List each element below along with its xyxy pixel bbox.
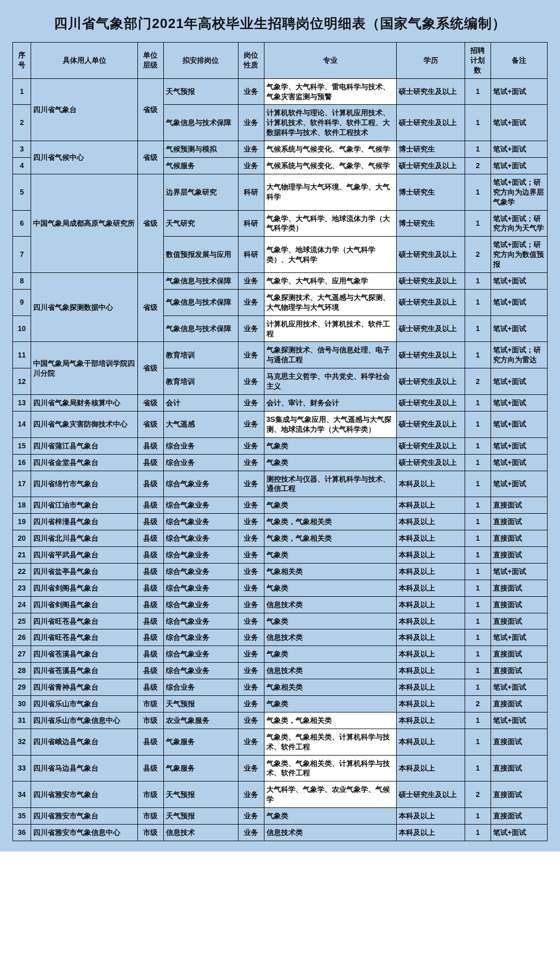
- cell-post: 综合气象业务: [163, 613, 238, 629]
- cell-idx: 14: [13, 411, 31, 437]
- cell-num: 1: [465, 497, 491, 514]
- cell-edu: 本科及以上: [397, 663, 465, 679]
- col-header-num: 招聘计划数: [465, 43, 491, 79]
- cell-unit: 四川省北川县气象台: [31, 530, 138, 547]
- cell-level: 县级: [138, 755, 163, 781]
- table-row: 29四川省青神县气象台县级综合业务业务气象相关类本科及以上1笔试+面试: [13, 679, 548, 696]
- cell-unit: 四川省气象探测数据中心: [31, 273, 138, 342]
- cell-unit: 四川省气象局财务核算中心: [31, 395, 138, 411]
- cell-num: 1: [465, 105, 491, 141]
- cell-post: 天气预报: [163, 808, 238, 825]
- cell-post: 天气预报: [163, 78, 238, 105]
- cell-edu: 硕士研究生及以上: [397, 289, 465, 315]
- cell-unit: 四川省气象灾害防御技术中心: [31, 411, 138, 437]
- cell-idx: 22: [13, 563, 31, 580]
- table-body: 1四川省气象台省级天气预报业务气象学、大气科学、雷电科学与技术、气象灾害监测与预…: [13, 78, 548, 841]
- cell-post: 农业气象服务: [163, 712, 238, 729]
- cell-nat: 科研: [239, 237, 264, 273]
- cell-nat: 业务: [239, 646, 264, 663]
- table-row: 32四川省峨边县气象台县级气象服务业务气象类、气象相关类、计算机科学与技术、软件…: [13, 729, 548, 755]
- cell-note: 直接面试: [491, 546, 547, 563]
- cell-note: 笔试+面试: [491, 289, 547, 315]
- cell-unit: 四川省金堂县气象台: [31, 454, 138, 471]
- cell-post: 数值预报发展与应用: [163, 237, 238, 273]
- cell-major: 气象类，气象相关类: [264, 530, 397, 547]
- cell-unit: 中国气象局成都高原气象研究所: [31, 174, 138, 272]
- table-row: 13四川省气象局财务核算中心省级会计业务会计、审计、财务会计硕士研究生及以上1笔…: [13, 395, 548, 411]
- cell-num: 2: [465, 695, 491, 712]
- cell-level: 市级: [138, 695, 163, 712]
- cell-post: 气象信息与技术保障: [163, 315, 238, 342]
- cell-unit: 四川省江油市气象台: [31, 497, 138, 514]
- cell-num: 1: [465, 395, 491, 411]
- cell-unit: 四川省峨边县气象台: [31, 729, 138, 755]
- cell-nat: 业务: [239, 454, 264, 471]
- cell-post: 气象服务: [163, 755, 238, 781]
- cell-major: 气候系统与气候变化、气象学、气候学: [264, 158, 397, 174]
- cell-unit: 四川省苍溪县气象台: [31, 663, 138, 679]
- table-row: 8四川省气象探测数据中心省级气象信息与技术保障业务气象学、大气科学、应用气象学硕…: [13, 273, 548, 290]
- cell-unit: 四川省乐山市气象信息中心: [31, 712, 138, 729]
- cell-level: 县级: [138, 546, 163, 563]
- cell-num: 1: [465, 712, 491, 729]
- cell-level: 省级: [138, 78, 163, 141]
- cell-unit: 四川省盐亭县气象台: [31, 563, 138, 580]
- cell-num: 1: [465, 755, 491, 781]
- cell-note: 直接面试: [491, 729, 547, 755]
- cell-post: 天气预报: [163, 695, 238, 712]
- cell-unit: 四川省梓潼县气象台: [31, 514, 138, 530]
- cell-level: 县级: [138, 629, 163, 646]
- cell-major: 信息技术类: [264, 596, 397, 613]
- table-row: 1四川省气象台省级天气预报业务气象学、大气科学、雷电科学与技术、气象灾害监测与预…: [13, 78, 548, 105]
- table-row: 33四川省马边县气象台县级气象服务业务气象类、气象相关类、计算机科学与技术、软件…: [13, 755, 548, 781]
- cell-edu: 本科及以上: [397, 546, 465, 563]
- cell-level: 市级: [138, 712, 163, 729]
- cell-edu: 本科及以上: [397, 808, 465, 825]
- cell-idx: 10: [13, 315, 31, 342]
- cell-major: 信息技术类: [264, 824, 397, 841]
- cell-major: 大气物理学与大气环境、气象学、大气科学: [264, 174, 397, 210]
- cell-unit: 四川省雅安市气象台: [31, 781, 138, 808]
- cell-post: 天气预报: [163, 781, 238, 808]
- cell-edu: 本科及以上: [397, 596, 465, 613]
- cell-post: 气象服务: [163, 729, 238, 755]
- cell-unit: 四川省气象台: [31, 78, 138, 141]
- table-row: 27四川省苍溪县气象台县级综合气象业务业务气象类本科及以上1直接面试: [13, 646, 548, 663]
- cell-major: 气象学、大气科学、地球流体力学（大气科学类）: [264, 210, 397, 237]
- table-row: 5中国气象局成都高原气象研究所省级边界层气象研究科研大气物理学与大气环境、气象学…: [13, 174, 548, 210]
- table-row: 15四川省蒲江县气象台县级综合业务业务气象类硕士研究生及以上1笔试+面试: [13, 437, 548, 454]
- cell-note: 直接面试: [491, 808, 547, 825]
- cell-major: 气象学、大气科学、雷电科学与技术、气象灾害监测与预警: [264, 78, 397, 105]
- table-row: 25四川省旺苍县气象台县级综合气象业务业务气象类本科及以上1直接面试: [13, 613, 548, 629]
- cell-post: 教育培训: [163, 342, 238, 368]
- cell-post: 综合气象业务: [163, 563, 238, 580]
- col-header-major: 专业: [264, 43, 397, 79]
- cell-note: 直接面试: [491, 596, 547, 613]
- cell-post: 综合业务: [163, 454, 238, 471]
- cell-idx: 32: [13, 729, 31, 755]
- cell-edu: 硕士研究生及以上: [397, 781, 465, 808]
- cell-nat: 业务: [239, 395, 264, 411]
- cell-num: 1: [465, 273, 491, 290]
- recruitment-table: 序号 具体用人单位 单位层级 拟安排岗位 岗位性质 专业 学历 招聘计划数 备注…: [12, 42, 548, 841]
- cell-note: 直接面试: [491, 514, 547, 530]
- cell-post: 综合业务: [163, 679, 238, 696]
- cell-level: 县级: [138, 563, 163, 580]
- cell-idx: 15: [13, 437, 31, 454]
- cell-num: 1: [465, 596, 491, 613]
- cell-level: 县级: [138, 530, 163, 547]
- cell-note: 笔试+面试；研究方向为边界层气象学: [491, 174, 547, 210]
- cell-note: 笔试+面试: [491, 411, 547, 437]
- cell-level: 市级: [138, 781, 163, 808]
- cell-edu: 硕士研究生及以上: [397, 273, 465, 290]
- cell-nat: 业务: [239, 629, 264, 646]
- cell-note: 笔试+面试: [491, 105, 547, 141]
- cell-post: 会计: [163, 395, 238, 411]
- cell-edu: 硕士研究生及以上: [397, 105, 465, 141]
- cell-note: 笔试+面试: [491, 368, 547, 395]
- cell-note: 笔试+面试: [491, 437, 547, 454]
- table-row: 24四川省剑阁县气象台县级综合气象业务业务信息技术类本科及以上1直接面试: [13, 596, 548, 613]
- cell-edu: 硕士研究生及以上: [397, 411, 465, 437]
- table-row: 20四川省北川县气象台县级综合气象业务业务气象类，气象相关类本科及以上1直接面试: [13, 530, 548, 547]
- cell-level: 省级: [138, 141, 163, 174]
